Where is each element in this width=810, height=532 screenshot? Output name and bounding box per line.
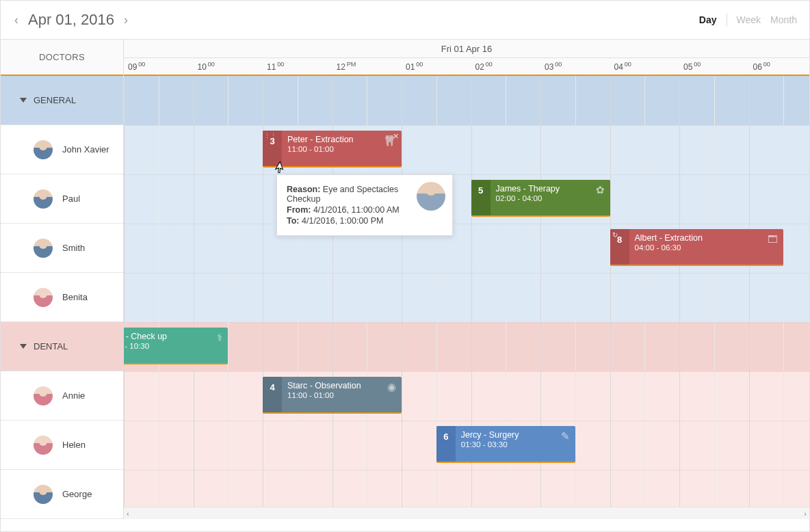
appointment-title: Jercy - Surgery [461, 430, 570, 440]
appointment[interactable]: ⋮⋮3Peter - Extraction11:00 - 01:00🦷✕ [263, 131, 402, 168]
appointment-type-icon: ◉ [387, 381, 396, 393]
hour-label: 0900 [128, 61, 145, 72]
hour-label: 0100 [406, 61, 423, 72]
collapse-icon[interactable] [20, 344, 27, 349]
date-navigator: ‹ Apr 01, 2016 › [13, 11, 129, 29]
group-header-dental[interactable]: DENTAL [1, 322, 123, 371]
resource-row[interactable]: Annie [1, 371, 123, 421]
appointment-time: 11:00 - 01:00 [287, 391, 396, 399]
tooltip-from: 4/1/2016, 11:00:00 AM [313, 205, 400, 215]
appointment-time: 02:00 - 04:00 [496, 194, 605, 202]
resource-name: John Xavier [62, 144, 109, 155]
tooltip-to: 4/1/2016, 1:00:00 PM [302, 216, 384, 226]
appointment-type-icon: ✿ [596, 184, 605, 196]
date-header-label: Fri 01 Apr 16 [124, 44, 809, 54]
view-switcher: Day Week Month [699, 13, 797, 27]
resource-name: George [62, 489, 92, 499]
avatar [34, 386, 53, 405]
group-label: GENERAL [34, 95, 76, 105]
appointment[interactable]: ↻8Albert - Extraction04:00 - 06:30🗔 [610, 229, 784, 266]
appointment-id: 5 [471, 180, 491, 215]
resource-sidebar: DOCTORS GENERALJohn XavierPaulSmithBenit… [1, 39, 124, 519]
appointment-type-icon: ⚕ [217, 332, 222, 344]
timeline: Fri 01 Apr 16 09001000110012PM0100020003… [124, 39, 809, 519]
appointment[interactable]: 5James - Therapy02:00 - 04:00✿ [471, 180, 610, 217]
appointment-type-icon: 🗔 [768, 233, 778, 245]
group-label: DENTAL [34, 341, 68, 351]
hour-label: 0300 [545, 61, 562, 72]
resource-row[interactable]: John Xavier [1, 125, 123, 174]
appointment-time: 04:00 - 06:30 [635, 243, 779, 252]
resource-name: Smith [62, 243, 85, 253]
date-header-row: Fri 01 Apr 16 [124, 39, 809, 58]
appointment-type-icon: ✎ [561, 430, 570, 442]
resource-name: Helen [62, 440, 86, 450]
resource-row[interactable]: Smith [1, 224, 123, 273]
hour-label: 0500 [683, 61, 701, 72]
appointment-title: nn - Check up [124, 332, 222, 341]
recurrence-icon: ↻ [612, 231, 618, 239]
appointment-id: 6 [436, 426, 456, 462]
resource-row[interactable]: George [1, 470, 123, 519]
resource-name: Annie [62, 390, 85, 401]
view-week[interactable]: Week [737, 13, 761, 27]
appointment-time: 30 - 10:30 [124, 342, 222, 350]
next-date-button[interactable]: › [122, 13, 129, 27]
tooltip-avatar [417, 182, 445, 211]
scroll-left-icon[interactable]: ‹ [127, 509, 129, 518]
appointment-title: Starc - Observation [287, 381, 396, 390]
avatar [34, 189, 53, 209]
sidebar-header: DOCTORS [1, 39, 123, 76]
hour-label: 1100 [267, 61, 284, 72]
hour-label: 0600 [753, 61, 770, 72]
scroll-right-icon[interactable]: › [804, 509, 807, 518]
appointment[interactable]: nn - Check up30 - 10:30⚕ [124, 328, 228, 364]
appointment-title: James - Therapy [496, 184, 605, 194]
appointment-title: Peter - Extraction [287, 135, 396, 144]
hour-label: 12PM [337, 61, 356, 72]
appointment-title: Albert - Extraction [635, 233, 779, 243]
resource-name: Paul [62, 194, 80, 204]
appointment-id: 4 [263, 377, 282, 412]
horizontal-scrollbar[interactable]: ‹ › [124, 507, 809, 519]
appointment-time: 01:30 - 03:30 [461, 440, 570, 449]
view-day[interactable]: Day [699, 13, 727, 27]
toolbar: ‹ Apr 01, 2016 › Day Week Month [1, 1, 809, 39]
tooltip-to-label: To: [287, 216, 300, 226]
hour-label: 0200 [475, 61, 493, 72]
resource-name: Benita [62, 292, 88, 302]
collapse-icon[interactable] [20, 98, 27, 103]
resource-row[interactable]: Helen [1, 421, 123, 470]
avatar [34, 436, 53, 455]
group-header-general[interactable]: GENERAL [1, 76, 123, 125]
hour-label: 0400 [614, 61, 631, 72]
hour-label: 1000 [198, 61, 215, 72]
scheduler: DOCTORS GENERALJohn XavierPaulSmithBenit… [1, 39, 809, 519]
avatar [34, 140, 53, 159]
tooltip-from-label: From: [287, 205, 311, 215]
hour-header-row: 09001000110012PM010002000300040005000600 [124, 58, 809, 76]
appointment-time: 11:00 - 01:00 [287, 145, 396, 153]
tooltip-reason-label: Reason: [287, 185, 320, 194]
resource-row[interactable]: Paul [1, 174, 123, 224]
appointment[interactable]: 6Jercy - Surgery01:30 - 03:30✎ [436, 426, 575, 463]
drag-handle-icon[interactable]: ⋮⋮ [264, 135, 276, 137]
appointment-tooltip: Reason: Eye and Spectacles Checkup From:… [276, 174, 453, 236]
prev-date-button[interactable]: ‹ [13, 13, 20, 27]
view-month[interactable]: Month [770, 13, 797, 27]
avatar [34, 485, 53, 504]
appointment[interactable]: 4Starc - Observation11:00 - 01:00◉ [263, 377, 402, 414]
current-date-label[interactable]: Apr 01, 2016 [28, 11, 114, 29]
timeline-body[interactable]: ⋮⋮3Peter - Extraction11:00 - 01:00🦷✕5Jam… [124, 76, 809, 514]
avatar [34, 239, 53, 258]
close-icon[interactable]: ✕ [393, 132, 399, 141]
resource-row[interactable]: Benita [1, 273, 123, 322]
avatar [34, 288, 53, 307]
